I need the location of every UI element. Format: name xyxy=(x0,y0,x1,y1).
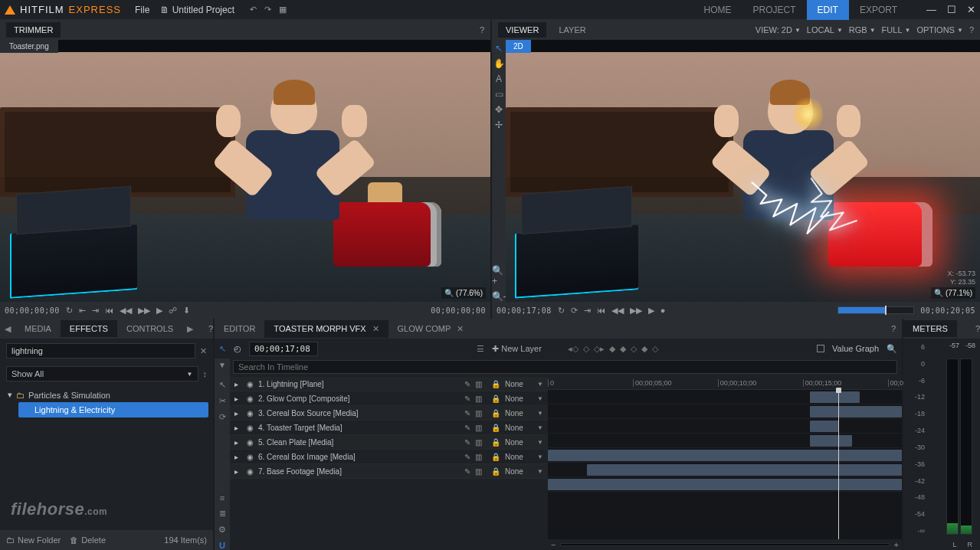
track[interactable] xyxy=(548,463,902,477)
prev-icon[interactable]: ⏮ xyxy=(105,306,113,315)
edit-icon[interactable]: ✎ xyxy=(464,438,470,447)
nav-home[interactable]: HOME xyxy=(693,0,742,20)
blend-row[interactable]: 🔒None▼ xyxy=(487,464,548,479)
help-icon[interactable]: ? xyxy=(969,25,974,34)
redo-icon[interactable]: ↷ xyxy=(264,5,271,15)
viewer-tc-left[interactable]: 00;00;17;08 xyxy=(497,306,552,315)
blend-row[interactable]: 🔒None▼ xyxy=(487,391,548,406)
rgb-dd[interactable]: RGB▼ xyxy=(849,25,876,34)
clip[interactable] xyxy=(810,421,838,432)
fx-icon[interactable]: ▥ xyxy=(475,394,482,403)
track[interactable] xyxy=(548,448,902,463)
gutter-select-icon[interactable]: ↖ xyxy=(219,380,226,390)
fx-icon[interactable]: ▥ xyxy=(475,438,482,447)
layer-row[interactable]: ▸◉3. Cereal Box Source [Media]✎▥ xyxy=(230,406,487,421)
local-dd[interactable]: LOCAL▼ xyxy=(807,25,843,34)
clip[interactable] xyxy=(548,450,902,461)
layer-row[interactable]: ▸◉2. Glow Comp [Composite]✎▥ xyxy=(230,391,487,406)
blend-row[interactable]: 🔒None▼ xyxy=(487,406,548,421)
layer-row[interactable]: ▸◉5. Clean Plate [Media]✎▥ xyxy=(230,435,487,450)
track[interactable] xyxy=(548,434,902,448)
editor-timecode[interactable]: 00;00;17;08 xyxy=(249,342,318,356)
lock-icon[interactable]: 🔒 xyxy=(491,380,500,388)
out-icon[interactable]: ⇥ xyxy=(92,306,99,316)
prev-frame-icon[interactable]: ⏮ xyxy=(597,306,605,315)
step-fwd-icon[interactable]: ▶▶ xyxy=(630,306,642,316)
kf-diamond2-icon[interactable]: ◆ xyxy=(620,344,626,354)
new-folder-button[interactable]: 🗀 New Folder xyxy=(6,535,61,545)
text-tool-icon[interactable]: A xyxy=(496,74,502,84)
play-icon[interactable]: ▶ xyxy=(648,306,654,316)
lock-icon[interactable]: 🔒 xyxy=(491,438,500,447)
gutter-a-icon[interactable]: ≡ xyxy=(220,493,225,503)
fx-icon[interactable]: ▥ xyxy=(475,380,482,388)
zoom-plus-icon[interactable]: + xyxy=(894,540,899,549)
step-back-icon[interactable]: ◀◀ xyxy=(611,306,624,316)
project-name[interactable]: 🗎 Untitled Project xyxy=(160,5,234,15)
visibility-icon[interactable]: ◉ xyxy=(247,380,254,388)
kf-diamond4-icon[interactable]: ◆ xyxy=(641,344,647,354)
help-icon[interactable]: ? xyxy=(208,324,213,333)
expand-icon[interactable]: ▸ xyxy=(234,453,242,461)
tab-comp-2[interactable]: GLOW COMP✕ xyxy=(388,320,474,338)
layer-row[interactable]: ▸◉4. Toaster Target [Media]✎▥ xyxy=(230,421,487,435)
blend-row[interactable]: 🔒None▼ xyxy=(487,435,548,450)
record-icon[interactable]: ● xyxy=(660,306,666,315)
ram-icon[interactable]: ⟳ xyxy=(571,306,578,316)
maximize-icon[interactable]: ☐ xyxy=(947,4,956,15)
help-icon[interactable]: ? xyxy=(975,324,980,333)
edit-icon[interactable]: ✎ xyxy=(464,424,470,432)
visibility-icon[interactable]: ◉ xyxy=(247,438,254,447)
gutter-slice-icon[interactable]: ✂ xyxy=(219,396,226,406)
track[interactable] xyxy=(548,419,902,434)
delete-button[interactable]: 🗑 Delete xyxy=(70,535,106,545)
timeline-tracks[interactable] xyxy=(548,390,902,539)
clip[interactable] xyxy=(587,464,902,476)
chevron-down-icon[interactable]: ▼ xyxy=(537,453,543,460)
visibility-icon[interactable]: ◉ xyxy=(247,424,254,432)
visibility-icon[interactable]: ◉ xyxy=(247,453,254,461)
step-back-icon[interactable]: ◀◀ xyxy=(120,306,132,316)
blend-row[interactable]: 🔒None▼ xyxy=(487,377,548,391)
timeline[interactable]: 000;00;05;0000;00;10;0000;00;15;0000;0 −… xyxy=(548,377,902,550)
timeline-zoom-slider[interactable] xyxy=(560,543,889,546)
loop-icon[interactable]: ↻ xyxy=(558,306,565,316)
lock-icon[interactable]: 🔒 xyxy=(491,394,500,403)
export-frame-icon[interactable]: ⬇ xyxy=(183,306,190,316)
lock-icon[interactable]: 🔒 xyxy=(491,424,500,432)
blend-row[interactable]: 🔒None▼ xyxy=(487,421,548,435)
close-tab-icon[interactable]: ✕ xyxy=(372,324,379,334)
jump-end-icon[interactable]: ⇥ xyxy=(584,306,591,316)
hand-tool-icon[interactable]: ✋ xyxy=(493,58,505,69)
fx-icon[interactable]: ▥ xyxy=(475,409,482,417)
trimmer-tc-left[interactable]: 00;00;00;00 xyxy=(5,306,60,315)
expand-icon[interactable]: ▸ xyxy=(234,467,242,476)
kf-add-icon[interactable]: ◇ xyxy=(583,344,589,354)
tab-comp-1[interactable]: TOASTER MORPH VFX✕ xyxy=(264,320,388,338)
gutter-rate-icon[interactable]: ⟳ xyxy=(219,412,226,422)
edit-icon[interactable]: ✎ xyxy=(464,380,470,388)
track[interactable] xyxy=(548,477,902,492)
clip[interactable] xyxy=(810,391,860,403)
expand-icon[interactable]: ▸ xyxy=(234,438,242,447)
effects-filter-dd[interactable]: Show All ▼ xyxy=(6,366,198,381)
chevron-down-icon[interactable]: ▼ xyxy=(537,410,543,417)
chevron-down-icon[interactable]: ▼ xyxy=(537,439,543,446)
gutter-b-icon[interactable]: ≣ xyxy=(219,509,226,519)
gutter-snap-icon[interactable]: U xyxy=(219,541,225,550)
playhead[interactable] xyxy=(838,390,839,539)
mini-scrubber[interactable] xyxy=(837,306,914,314)
kf-next-icon[interactable]: ◇▸ xyxy=(594,344,605,354)
clock-icon[interactable]: ◴ xyxy=(234,344,241,354)
options-dd[interactable]: OPTIONS▼ xyxy=(916,25,962,34)
kf-diamond3-icon[interactable]: ◇ xyxy=(631,344,637,354)
menu-file[interactable]: File xyxy=(135,5,149,15)
grid-icon[interactable]: ▦ xyxy=(279,5,287,15)
help-icon[interactable]: ? xyxy=(885,324,902,333)
snap-tool-icon[interactable]: ✥ xyxy=(495,104,503,115)
fx-icon[interactable]: ▥ xyxy=(475,467,482,476)
meters-tab[interactable]: METERS xyxy=(903,320,957,337)
layer-row[interactable]: ▸◉1. Lightning [Plane]✎▥ xyxy=(230,377,487,391)
new-layer-button[interactable]: ✚ New Layer xyxy=(492,344,542,354)
help-icon[interactable]: ? xyxy=(480,25,484,34)
